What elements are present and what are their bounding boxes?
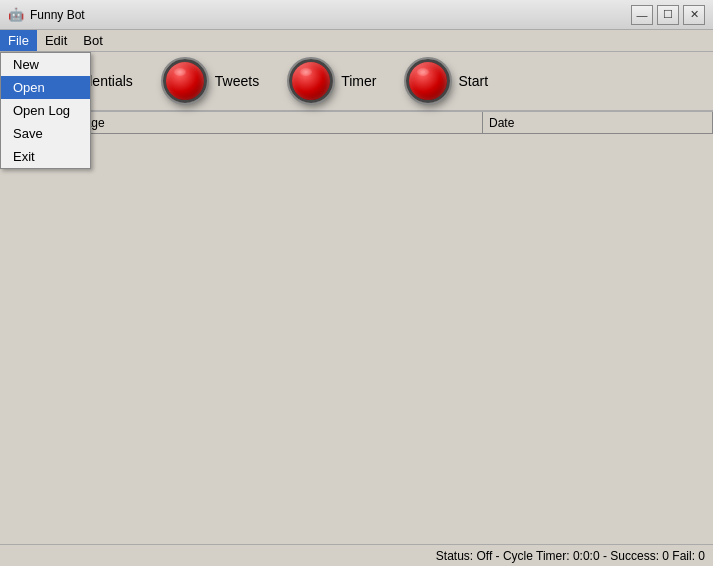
timer-red-button[interactable]	[289, 59, 333, 103]
status-bar: Status: Off - Cycle Timer: 0:0:0 - Succe…	[0, 544, 713, 566]
main-content: Credentials Tweets Timer Start # Message…	[0, 52, 713, 566]
start-red-button[interactable]	[406, 59, 450, 103]
table-container: # Message Date	[0, 112, 713, 566]
menu-item-edit[interactable]: Edit	[37, 30, 75, 51]
menu-open[interactable]: Open	[1, 76, 90, 99]
toolbar: Credentials Tweets Timer Start	[0, 52, 713, 112]
menu-item-file[interactable]: File	[0, 30, 37, 51]
maximize-button[interactable]: ☐	[657, 5, 679, 25]
timer-label: Timer	[341, 73, 376, 89]
table-body	[0, 134, 713, 474]
menu-new[interactable]: New	[1, 53, 90, 76]
col-header-date: Date	[483, 112, 713, 133]
menu-save[interactable]: Save	[1, 122, 90, 145]
close-button[interactable]: ✕	[683, 5, 705, 25]
menu-item-bot[interactable]: Bot	[75, 30, 111, 51]
tweets-button[interactable]: Tweets	[163, 59, 259, 103]
menu-open-log[interactable]: Open Log	[1, 99, 90, 122]
status-text: Status: Off - Cycle Timer: 0:0:0 - Succe…	[436, 549, 705, 563]
table-header: # Message Date	[0, 112, 713, 134]
title-bar: 🤖 Funny Bot — ☐ ✕	[0, 0, 713, 30]
start-button[interactable]: Start	[406, 59, 488, 103]
title-bar-controls: — ☐ ✕	[631, 5, 705, 25]
app-title: Funny Bot	[30, 8, 85, 22]
tweets-label: Tweets	[215, 73, 259, 89]
file-dropdown-menu: New Open Open Log Save Exit	[0, 52, 91, 169]
timer-button[interactable]: Timer	[289, 59, 376, 103]
menu-bar: File Edit Bot New Open Open Log Save Exi…	[0, 30, 713, 52]
tweets-red-button[interactable]	[163, 59, 207, 103]
minimize-button[interactable]: —	[631, 5, 653, 25]
col-header-message: Message	[50, 112, 483, 133]
app-icon: 🤖	[8, 7, 24, 23]
start-label: Start	[458, 73, 488, 89]
menu-exit[interactable]: Exit	[1, 145, 90, 168]
